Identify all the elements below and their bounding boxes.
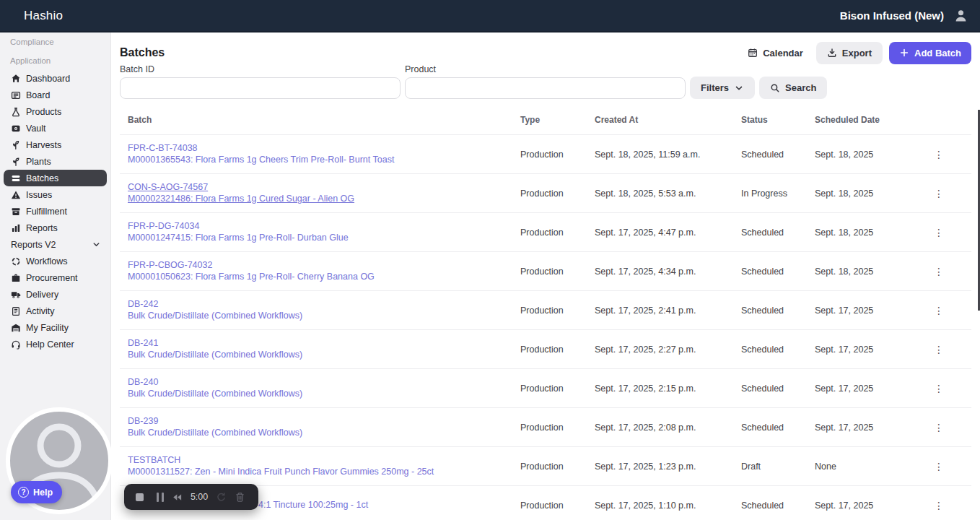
help-button[interactable]: ? Help bbox=[11, 481, 62, 503]
status-cell: Scheduled bbox=[741, 150, 815, 160]
sidebar-item-activity[interactable]: Activity bbox=[4, 303, 107, 319]
sidebar-item-procurement[interactable]: Procurement bbox=[4, 269, 107, 286]
sidebar-item-reports-v2[interactable]: Reports V2 bbox=[4, 236, 107, 253]
rewind-icon[interactable] bbox=[172, 492, 183, 503]
batch-product-link[interactable]: M00002321486: Flora Farms 1g Cured Sugar… bbox=[128, 194, 520, 204]
batch-product-link[interactable]: Bulk Crude/Distillate (Combined Workflow… bbox=[128, 389, 520, 399]
table-row[interactable]: DB-241 Bulk Crude/Distillate (Combined W… bbox=[120, 330, 971, 369]
sidebar-item-label: Harvests bbox=[26, 140, 61, 150]
table-row[interactable]: CON-S-AOG-74567 M00002321486: Flora Farm… bbox=[120, 174, 971, 213]
table-row[interactable]: DB-240 Bulk Crude/Distillate (Combined W… bbox=[120, 369, 971, 408]
product-input[interactable] bbox=[405, 77, 686, 99]
sidebar-item-my-facility[interactable]: My Facility bbox=[4, 319, 107, 336]
user-avatar-icon[interactable] bbox=[953, 8, 968, 23]
table-row[interactable]: DB-242 Bulk Crude/Distillate (Combined W… bbox=[120, 291, 971, 330]
batch-id-link[interactable]: DB-240 bbox=[128, 377, 520, 388]
chevron-down-icon bbox=[734, 83, 744, 93]
plus-icon bbox=[899, 48, 909, 58]
sidebar-item-label: Dashboard bbox=[26, 74, 70, 84]
batch-id-link[interactable]: FPR-C-BT-74038 bbox=[128, 143, 520, 154]
type-cell: Production bbox=[520, 150, 595, 160]
warning-icon bbox=[11, 190, 21, 200]
trash-icon[interactable] bbox=[235, 492, 245, 503]
sidebar-item-label: Fulfillment bbox=[26, 207, 67, 217]
type-cell: Production bbox=[520, 266, 595, 277]
batches-icon bbox=[11, 173, 21, 183]
sidebar-item-delivery[interactable]: Delivery bbox=[4, 286, 107, 303]
batch-id-link[interactable]: DB-242 bbox=[128, 299, 520, 310]
created-at-cell: Sept. 18, 2025, 5:53 a.m. bbox=[595, 188, 741, 199]
status-cell: Scheduled bbox=[741, 344, 815, 355]
table-row[interactable]: DB-239 Bulk Crude/Distillate (Combined W… bbox=[120, 408, 971, 447]
status-cell: Scheduled bbox=[741, 228, 815, 238]
batch-product-link[interactable]: 4:1 Tincture 100:25mg - 1ct bbox=[258, 500, 520, 511]
add-batch-button[interactable]: Add Batch bbox=[889, 42, 971, 64]
row-menu-button[interactable]: ⋮ bbox=[925, 500, 971, 511]
row-menu-button[interactable]: ⋮ bbox=[925, 462, 971, 472]
table-row[interactable]: TESTBATCH M00001311527: Zen - Mini Indic… bbox=[120, 447, 971, 486]
scheduled-date-cell: None bbox=[815, 462, 925, 472]
batch-id-link[interactable]: CON-S-AOG-74567 bbox=[128, 182, 520, 193]
search-button[interactable]: Search bbox=[759, 77, 827, 99]
sidebar-item-help-center[interactable]: Help Center bbox=[4, 336, 107, 352]
batch-product-link[interactable]: M00001050623: Flora Farms 1g Pre-Roll- C… bbox=[128, 272, 520, 282]
status-cell: In Progress bbox=[741, 188, 815, 199]
batch-id-link[interactable]: TESTBATCH bbox=[128, 455, 520, 466]
sidebar-item-reports[interactable]: Reports bbox=[4, 220, 107, 236]
row-menu-button[interactable]: ⋮ bbox=[925, 150, 971, 160]
status-cell: Scheduled bbox=[741, 266, 815, 277]
sidebar-item-board[interactable]: Board bbox=[4, 87, 107, 103]
row-menu-button[interactable]: ⋮ bbox=[925, 266, 971, 277]
sidebar-item-products[interactable]: Products bbox=[4, 103, 107, 120]
sidebar-item-vault[interactable]: Vault bbox=[4, 120, 107, 136]
calendar-button[interactable]: Calendar bbox=[748, 48, 803, 58]
column-header-batch: Batch bbox=[120, 115, 520, 125]
sidebar-item-workflows[interactable]: Workflows bbox=[4, 253, 107, 269]
calendar-icon bbox=[748, 48, 758, 58]
batch-id-link[interactable]: DB-241 bbox=[128, 338, 520, 349]
row-menu-button[interactable]: ⋮ bbox=[925, 306, 971, 316]
row-menu-button[interactable]: ⋮ bbox=[925, 228, 971, 238]
batch-id-link[interactable]: FPR-P-DG-74034 bbox=[128, 221, 520, 232]
row-menu-button[interactable]: ⋮ bbox=[925, 344, 971, 355]
batch-product-link[interactable]: Bulk Crude/Distillate (Combined Workflow… bbox=[128, 311, 520, 321]
home-icon bbox=[11, 74, 21, 84]
batch-product-link[interactable]: M00001311527: Zen - Mini Indica Fruit Pu… bbox=[128, 467, 520, 477]
garage-icon bbox=[11, 323, 21, 333]
restart-icon[interactable] bbox=[216, 492, 227, 503]
row-menu-button[interactable]: ⋮ bbox=[925, 384, 971, 394]
sidebar-item-label: Plants bbox=[26, 157, 51, 167]
batch-id-link[interactable]: DB-239 bbox=[128, 416, 520, 427]
flask-icon bbox=[11, 107, 21, 117]
sidebar-item-batches[interactable]: Batches bbox=[4, 170, 107, 186]
sidebar-item-label: Reports bbox=[26, 223, 58, 233]
briefcase-icon bbox=[11, 273, 21, 283]
batch-id-link[interactable]: FPR-P-CBOG-74032 bbox=[128, 260, 520, 271]
vault-icon bbox=[11, 124, 21, 134]
row-menu-button[interactable]: ⋮ bbox=[925, 422, 971, 433]
batch-product-link[interactable]: Bulk Crude/Distillate (Combined Workflow… bbox=[128, 428, 520, 438]
scheduled-date-cell: Sept. 17, 2025 bbox=[815, 384, 925, 394]
app-logo[interactable]: Hashio bbox=[24, 9, 63, 23]
sidebar-item-issues[interactable]: Issues bbox=[4, 186, 107, 203]
bar-chart-icon bbox=[11, 223, 21, 233]
batch-id-input[interactable] bbox=[120, 77, 401, 99]
batch-product-link[interactable]: M00001247415: Flora Farms 1g Pre-Roll- D… bbox=[128, 233, 520, 243]
table-row[interactable]: FPR-P-DG-74034 M00001247415: Flora Farms… bbox=[120, 213, 971, 252]
sidebar-item-fulfillment[interactable]: Fulfillment bbox=[4, 203, 107, 220]
filters-button[interactable]: Filters bbox=[690, 77, 755, 99]
search-icon bbox=[770, 83, 780, 93]
sidebar-item-plants[interactable]: Plants bbox=[4, 153, 107, 170]
table-row[interactable]: FPR-C-BT-74038 M00001365543: Flora Farms… bbox=[120, 135, 971, 174]
row-menu-button[interactable]: ⋮ bbox=[925, 188, 971, 199]
stop-recording-button[interactable] bbox=[131, 488, 149, 506]
batch-product-link[interactable]: Bulk Crude/Distillate (Combined Workflow… bbox=[128, 350, 520, 360]
type-cell: Production bbox=[520, 344, 595, 355]
pause-button[interactable] bbox=[157, 493, 164, 502]
sidebar-item-dashboard[interactable]: Dashboard bbox=[4, 70, 107, 87]
table-row[interactable]: FPR-P-CBOG-74032 M00001050623: Flora Far… bbox=[120, 252, 971, 291]
column-header-scheduled-date: Scheduled Date bbox=[815, 115, 925, 125]
batch-product-link[interactable]: M00001365543: Flora Farms 1g Cheers Trim… bbox=[128, 155, 520, 165]
export-button[interactable]: Export bbox=[816, 42, 883, 64]
sidebar-item-harvests[interactable]: Harvests bbox=[4, 136, 107, 153]
